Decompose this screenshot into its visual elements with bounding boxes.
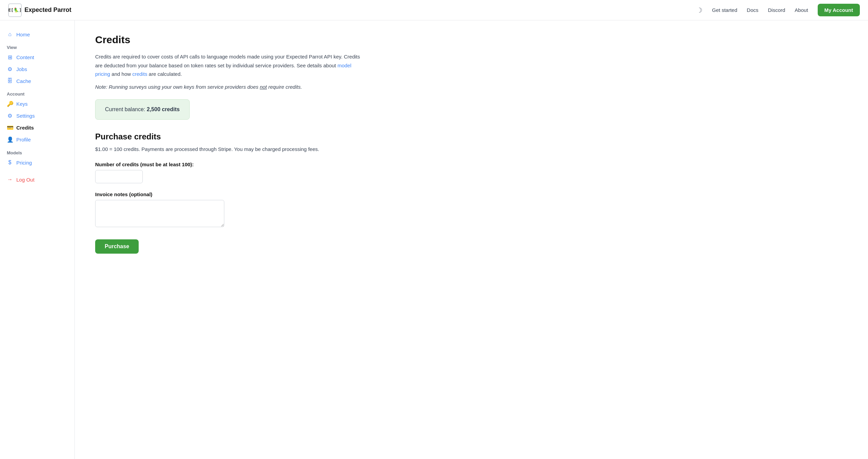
credits-link[interactable]: credits (132, 71, 147, 77)
sidebar: ⌂ Home View ⊞ Content ⚙ Jobs 🗄 Cache Acc… (0, 20, 75, 459)
sidebar-pricing-label: Pricing (16, 160, 32, 166)
logo-icon: E[🦜] (8, 3, 22, 17)
logo-emoji: E[🦜] (8, 7, 21, 13)
purchase-button[interactable]: Purchase (95, 239, 139, 254)
description-1: Credits are required to cover costs of A… (95, 52, 360, 79)
sidebar-item-cache[interactable]: 🗄 Cache (0, 75, 74, 87)
nav-docs[interactable]: Docs (747, 7, 758, 13)
sidebar-credits-label: Credits (16, 125, 34, 131)
profile-icon: 👤 (7, 136, 13, 143)
sidebar-keys-label: Keys (16, 101, 28, 107)
sidebar-item-profile[interactable]: 👤 Profile (0, 134, 74, 146)
credits-input[interactable] (95, 170, 143, 183)
sidebar-cache-label: Cache (16, 78, 31, 84)
invoice-form-group: Invoice notes (optional) (95, 191, 360, 228)
sidebar-settings-label: Settings (16, 113, 35, 119)
logo-text: Expected Parrot (24, 6, 71, 14)
pricing-icon: $ (7, 159, 13, 166)
nav-about[interactable]: About (795, 7, 808, 13)
invoice-form-label: Invoice notes (optional) (95, 191, 360, 197)
jobs-icon: ⚙ (7, 66, 13, 72)
balance-box: Current balance: 2,500 credits (95, 99, 190, 120)
sidebar-item-credits[interactable]: 💳 Credits (0, 122, 74, 134)
credits-icon: 💳 (7, 124, 13, 131)
page-title: Credits (95, 34, 360, 46)
note-text: Note: Running surveys using your own key… (95, 84, 360, 90)
invoice-textarea[interactable] (95, 200, 224, 227)
moon-icon[interactable]: ☽ (696, 6, 702, 14)
settings-icon: ⚙ (7, 113, 13, 119)
content-icon: ⊞ (7, 54, 13, 61)
sidebar-profile-label: Profile (16, 137, 31, 142)
balance-value: 2,500 credits (147, 106, 180, 112)
sidebar-item-content[interactable]: ⊞ Content (0, 51, 74, 63)
sidebar-item-home[interactable]: ⌂ Home (0, 29, 74, 40)
main-content: Credits Credits are required to cover co… (75, 20, 381, 459)
logo[interactable]: E[🦜] Expected Parrot (8, 3, 71, 17)
sidebar-section-view: View (0, 40, 74, 51)
sidebar-home-label: Home (16, 32, 30, 37)
home-icon: ⌂ (7, 31, 13, 37)
header: E[🦜] Expected Parrot ☽ Get started Docs … (0, 0, 868, 20)
purchase-section-title: Purchase credits (95, 132, 360, 141)
rate-info: $1.00 = 100 credits. Payments are proces… (95, 146, 360, 152)
sidebar-logout-label: Log Out (16, 177, 34, 183)
my-account-button[interactable]: My Account (818, 4, 860, 16)
sidebar-jobs-label: Jobs (16, 66, 27, 72)
sidebar-section-account: Account (0, 87, 74, 98)
sidebar-item-logout[interactable]: → Log Out (0, 174, 74, 185)
sidebar-content-label: Content (16, 54, 34, 60)
sidebar-item-keys[interactable]: 🔑 Keys (0, 98, 74, 110)
sidebar-item-jobs[interactable]: ⚙ Jobs (0, 63, 74, 75)
nav-get-started[interactable]: Get started (712, 7, 737, 13)
credits-form-group: Number of credits (must be at least 100)… (95, 162, 360, 183)
sidebar-item-settings[interactable]: ⚙ Settings (0, 110, 74, 122)
nav-discord[interactable]: Discord (768, 7, 785, 13)
header-nav: ☽ Get started Docs Discord About My Acco… (696, 4, 860, 16)
layout: ⌂ Home View ⊞ Content ⚙ Jobs 🗄 Cache Acc… (0, 0, 868, 459)
sidebar-item-pricing[interactable]: $ Pricing (0, 157, 74, 168)
logout-icon: → (7, 176, 13, 183)
sidebar-section-models: Models (0, 146, 74, 157)
keys-icon: 🔑 (7, 101, 13, 107)
cache-icon: 🗄 (7, 78, 13, 84)
credits-form-label: Number of credits (must be at least 100)… (95, 162, 360, 167)
